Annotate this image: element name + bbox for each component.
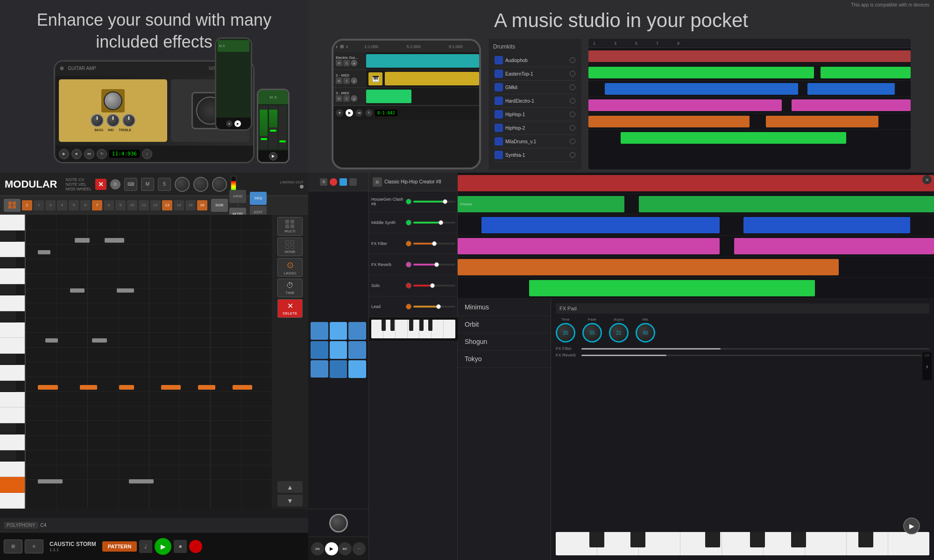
key-eb5[interactable] [0, 354, 16, 365]
drumkit-item-easterntop[interactable]: EasternTop-1 [493, 67, 577, 81]
key-bb5[interactable] [0, 257, 16, 268]
seq-btn[interactable]: SEQ [250, 192, 267, 205]
midi-btn[interactable]: M [141, 178, 154, 191]
mode-button[interactable] [4, 199, 21, 212]
arm-btn-1[interactable]: ● [351, 60, 357, 66]
key-c4-orange[interactable] [0, 477, 25, 493]
settings-knob[interactable]: ⚙ [110, 179, 120, 189]
record-dot[interactable] [330, 178, 337, 186]
preset-minimus[interactable]: Minimus [458, 299, 551, 316]
step-2[interactable]: 2 [34, 200, 44, 210]
loop-btn[interactable]: ↻ [97, 149, 107, 159]
mute-btn-2[interactable]: M [336, 77, 342, 84]
none-btn[interactable]: NONE [277, 238, 303, 256]
key-b5b[interactable] [0, 231, 16, 242]
rewind-btn[interactable]: ⏮ [84, 149, 94, 159]
step-14[interactable]: 14 [174, 200, 184, 210]
beat-pad-4[interactable] [311, 341, 328, 359]
ch-vol-6[interactable] [413, 306, 455, 308]
ch-dot-2[interactable] [406, 220, 411, 225]
size-btn[interactable]: SIZE [211, 199, 228, 212]
play-btn[interactable]: ▶ [59, 149, 69, 159]
drumkit-item-gmkit[interactable]: GMkit [493, 81, 577, 94]
mod-knob-3[interactable] [212, 177, 227, 192]
beat-pad-8[interactable] [330, 360, 347, 378]
key-gb5[interactable] [0, 311, 16, 322]
list-btn-2[interactable]: ≡ [25, 539, 43, 553]
key-e5[interactable] [0, 338, 25, 354]
ch-dot-4[interactable] [406, 262, 411, 267]
back-btn[interactable]: ⏮ [311, 542, 324, 555]
ch-vol-1[interactable] [413, 201, 455, 203]
step-7[interactable]: 7 [92, 200, 102, 210]
step-15[interactable]: 15 [185, 200, 196, 210]
key-a5[interactable] [0, 268, 25, 284]
delete-btn[interactable]: ✕ DELETE [277, 299, 303, 318]
beat-pad-3[interactable] [348, 322, 366, 340]
grid-btn[interactable]: GRID [229, 190, 246, 203]
mod-knob-2[interactable] [193, 177, 208, 192]
beat-pad-7[interactable] [311, 360, 328, 378]
master-volume-knob[interactable] [329, 514, 348, 532]
step-6[interactable]: 6 [80, 200, 91, 210]
preset-orbit[interactable]: Orbit [458, 316, 551, 333]
time-knob[interactable]: 20 [556, 323, 575, 343]
metronome-btn[interactable]: ♩ [142, 149, 152, 159]
async-knob[interactable]: 21 [609, 323, 629, 343]
key-c6[interactable] [0, 215, 25, 231]
step-8[interactable]: 8 [104, 200, 114, 210]
key-f5[interactable] [0, 322, 25, 338]
play-btn-2[interactable]: ▶ [155, 538, 171, 555]
stop-btn-2[interactable]: ■ [174, 540, 187, 553]
drumkit-item-hiphop2[interactable]: HipHop-2 [493, 121, 577, 135]
note-grid[interactable] [26, 215, 272, 509]
step-5[interactable]: 5 [69, 200, 79, 210]
bass-knob[interactable] [91, 114, 104, 127]
daw-icon-1[interactable]: ⊞ [320, 178, 327, 186]
rec-btn-2[interactable] [189, 540, 202, 553]
arm-btn-2[interactable]: ● [351, 77, 357, 84]
drumkit-item-audiophob[interactable]: Audiophob [493, 54, 577, 67]
time-btn[interactable]: ⏱ TIME [277, 279, 303, 297]
step-3[interactable]: 3 [45, 200, 56, 210]
stop-btn[interactable]: ■ [71, 149, 82, 159]
ch-vol-2[interactable] [413, 222, 455, 224]
blue-square[interactable] [340, 178, 347, 186]
treble-knob[interactable] [122, 114, 135, 127]
step-4[interactable]: 4 [57, 200, 67, 210]
ch-icon-1[interactable]: ⊞ [373, 177, 382, 187]
key-g4[interactable] [0, 462, 25, 477]
ch-dot-3[interactable] [406, 241, 411, 246]
ch-vol-4[interactable] [413, 264, 455, 266]
step-11[interactable]: 11 [139, 200, 149, 210]
mute-btn-1[interactable]: M [336, 60, 342, 66]
mute-btn-3[interactable]: M [336, 95, 342, 102]
mix-knob[interactable]: 40 [636, 323, 655, 343]
step-12[interactable]: 12 [150, 200, 161, 210]
ch-dot-6[interactable] [406, 304, 411, 309]
fade-knob[interactable]: 55 [582, 323, 602, 343]
key-db5[interactable] [0, 381, 16, 392]
step-13[interactable]: 13 [162, 200, 172, 210]
mid-knob[interactable] [106, 114, 120, 127]
scroll-down-btn[interactable]: ▼ [277, 495, 303, 506]
drumkit-item-hardelectro[interactable]: HardElectro-1 [493, 94, 577, 108]
multi-btn[interactable]: MULTI [277, 217, 303, 236]
mod-knob-1[interactable] [175, 177, 190, 192]
fwd-btn[interactable]: ⏭ [339, 542, 352, 555]
pattern-btn-2[interactable]: PATTERN [102, 541, 137, 552]
scroll-up-btn[interactable]: ▲ [277, 481, 303, 493]
solo-btn-1[interactable]: S [343, 60, 350, 66]
lasso-btn[interactable]: ⊙ LASSO [277, 258, 303, 277]
beat-pad-2[interactable] [330, 322, 347, 340]
play-btn-daw[interactable]: ▶ [325, 542, 338, 555]
preset-shogun[interactable]: Shogun [458, 333, 551, 350]
key-a4[interactable] [0, 434, 25, 450]
step-1[interactable]: 1 [22, 200, 32, 210]
key-c5[interactable] [0, 392, 25, 408]
step-16[interactable]: 16 [197, 200, 207, 210]
keyboard-btn[interactable]: ⌨ [124, 178, 137, 191]
solo-btn-3[interactable]: S [343, 95, 350, 102]
preset-tokyo[interactable]: Tokyo [458, 350, 551, 368]
drumkit-item-synthia[interactable]: Synthia-1 [493, 148, 577, 162]
